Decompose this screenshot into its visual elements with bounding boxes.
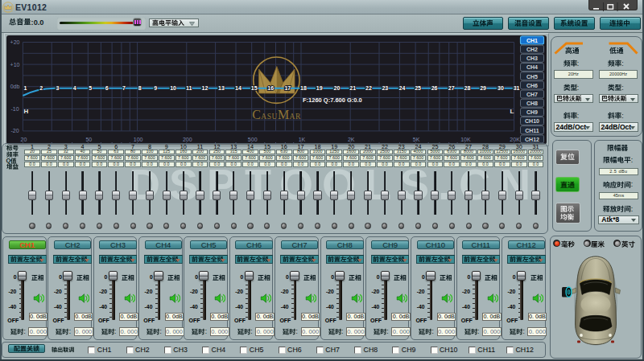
svg-text:19: 19 [316, 85, 323, 91]
svg-text:18: 18 [300, 85, 307, 91]
svg-text:CH2: CH2 [526, 47, 538, 52]
svg-text:20K: 20K [510, 137, 520, 142]
svg-text:200: 200 [183, 137, 192, 142]
svg-text:50: 50 [85, 137, 92, 142]
svg-text:21: 21 [349, 85, 356, 91]
svg-text:20: 20 [21, 137, 27, 142]
svg-text:31: 31 [514, 85, 520, 91]
svg-text:2: 2 [39, 85, 43, 91]
svg-text:14: 14 [235, 85, 242, 91]
svg-text:12: 12 [202, 85, 208, 91]
svg-text:CH3: CH3 [526, 55, 538, 61]
svg-text:-20: -20 [10, 128, 19, 133]
svg-text:24: 24 [399, 85, 406, 91]
svg-text:30: 30 [497, 85, 504, 91]
svg-text:28: 28 [464, 85, 471, 91]
svg-text:11: 11 [186, 85, 192, 91]
svg-text:23: 23 [382, 85, 388, 91]
svg-text:27: 27 [448, 85, 455, 91]
svg-text:29: 29 [480, 85, 486, 91]
svg-text:5: 5 [89, 85, 92, 91]
svg-text:1: 1 [23, 85, 27, 91]
svg-text:5K: 5K [413, 137, 420, 142]
svg-text:22: 22 [365, 85, 372, 91]
svg-text:3: 3 [56, 85, 60, 91]
svg-text:CH10: CH10 [525, 118, 539, 124]
svg-text:+20: +20 [10, 39, 20, 45]
svg-text:4: 4 [73, 85, 76, 91]
svg-text:H: H [24, 108, 29, 115]
svg-text:CH7: CH7 [526, 92, 538, 97]
svg-text:CH6: CH6 [526, 83, 538, 88]
svg-text:L: L [510, 108, 514, 115]
svg-text:8: 8 [138, 85, 142, 91]
svg-text:2K: 2K [348, 137, 355, 142]
svg-text:F:1260 Q:7.600 G:0.0: F:1260 Q:7.600 G:0.0 [303, 96, 362, 104]
svg-text:CH9: CH9 [526, 109, 538, 115]
svg-text:+10: +10 [10, 62, 20, 68]
svg-text:CH1: CH1 [526, 38, 538, 43]
svg-text:0db: 0db [10, 84, 20, 89]
svg-text:15: 15 [251, 85, 258, 91]
svg-text:CH5: CH5 [526, 74, 538, 80]
svg-text:1K: 1K [299, 137, 306, 142]
svg-text:13: 13 [218, 85, 225, 91]
svg-text:CASUMAR: CASUMAR [3, 10, 14, 13]
svg-text:CH4: CH4 [526, 64, 538, 70]
svg-text:100: 100 [134, 137, 143, 142]
svg-text:26: 26 [431, 85, 438, 91]
svg-text:25: 25 [415, 85, 421, 91]
svg-text:-10: -10 [10, 106, 19, 112]
svg-text:500: 500 [248, 137, 258, 142]
svg-text:16: 16 [267, 85, 274, 91]
svg-text:CH12: CH12 [525, 137, 539, 142]
svg-text:9: 9 [154, 85, 157, 91]
svg-text:CH8: CH8 [526, 101, 538, 106]
svg-text:10K: 10K [460, 137, 471, 142]
svg-text:7: 7 [122, 85, 126, 91]
svg-text:17: 17 [284, 85, 291, 91]
svg-text:CH11: CH11 [525, 128, 539, 133]
svg-text:10: 10 [170, 85, 176, 91]
svg-text:6: 6 [105, 85, 109, 91]
svg-text:20: 20 [334, 85, 341, 91]
